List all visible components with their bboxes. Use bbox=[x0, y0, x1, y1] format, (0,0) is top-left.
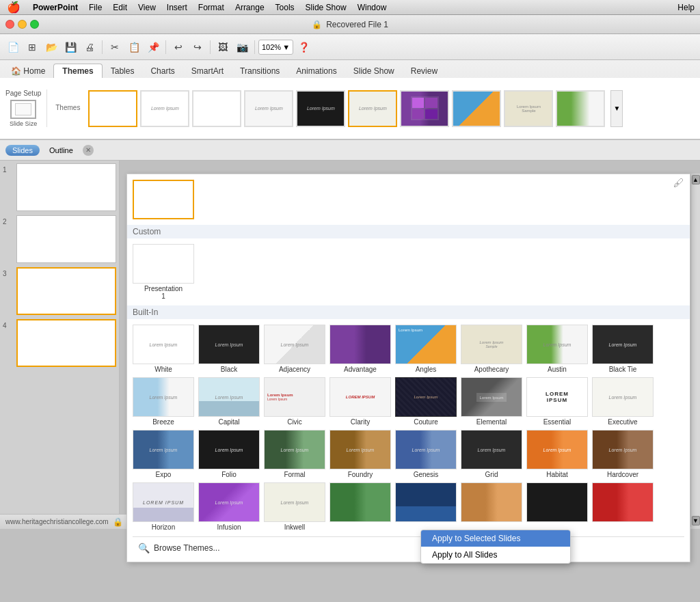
print-button[interactable]: 🖨 bbox=[81, 38, 98, 56]
theme-foundry[interactable]: Lorem Ipsum Foundry bbox=[329, 430, 391, 478]
ribbon-theme-advantage[interactable] bbox=[400, 90, 449, 127]
slide-item-2[interactable]: 2 bbox=[3, 215, 116, 263]
theme-button[interactable]: ⊞ bbox=[23, 38, 41, 56]
theme-black[interactable]: Lorem Ipsum Black bbox=[198, 325, 260, 373]
close-button[interactable] bbox=[5, 20, 14, 29]
ribbon-theme-angles[interactable] bbox=[452, 90, 501, 127]
theme-inkwell[interactable]: 🖋 Lorem Ipsum Inkwell bbox=[264, 482, 325, 531]
menu-slideshow[interactable]: Slide Show bbox=[300, 0, 352, 15]
help-button[interactable]: ❓ bbox=[295, 38, 312, 56]
redo-button[interactable]: ↪ bbox=[189, 38, 206, 56]
slide-item-3[interactable]: 3 bbox=[3, 267, 116, 315]
theme-grid[interactable]: Lorem Ipsum Grid bbox=[461, 430, 522, 478]
slide-thumbnail-2[interactable] bbox=[16, 215, 116, 263]
zoom-control[interactable]: 102% ▼ bbox=[258, 40, 293, 55]
minimize-button[interactable] bbox=[18, 20, 27, 29]
close-panel-button[interactable]: ✕ bbox=[83, 145, 94, 156]
theme-austin[interactable]: Lorem Ipsum Austin bbox=[526, 325, 588, 373]
theme-essential[interactable]: LOREMIPSUM Essential bbox=[526, 377, 588, 426]
theme-civic[interactable]: Lorem Ipsum Lorem Ipsum Civic bbox=[264, 377, 325, 426]
slide-thumbnail-4[interactable] bbox=[16, 319, 116, 367]
theme-more-2[interactable] bbox=[395, 482, 457, 531]
undo-button[interactable]: ↩ bbox=[170, 38, 187, 56]
ribbon-theme-blank[interactable] bbox=[88, 90, 137, 127]
scroll-down-button[interactable]: ▼ bbox=[692, 516, 700, 525]
tab-charts[interactable]: Charts bbox=[142, 64, 183, 78]
theme-scroll-down[interactable]: ▼ bbox=[610, 90, 623, 127]
menu-view[interactable]: View bbox=[133, 0, 161, 15]
theme-blacktie[interactable]: Lorem Ipsum Black Tie bbox=[592, 325, 654, 373]
new-button[interactable]: 📄 bbox=[4, 38, 22, 56]
tab-outline[interactable]: Outline bbox=[42, 145, 80, 156]
theme-capital[interactable]: Lorem Ipsum Capital bbox=[198, 377, 260, 426]
theme-more-5[interactable] bbox=[592, 482, 654, 531]
theme-item-selected[interactable] bbox=[133, 180, 194, 219]
theme-adjacency[interactable]: Lorem Ipsum Adjacency bbox=[264, 325, 325, 373]
slide-item-1[interactable]: 1 bbox=[3, 163, 116, 211]
slide-size-button[interactable]: Slide Size bbox=[10, 100, 37, 127]
theme-executive[interactable]: Lorem Ipsum Executive bbox=[592, 377, 654, 426]
menu-edit[interactable]: Edit bbox=[107, 0, 133, 15]
theme-habitat[interactable]: Lorem Ipsum Habitat bbox=[526, 430, 588, 478]
theme-genesis[interactable]: Lorem Ipsum Genesis bbox=[395, 430, 457, 478]
theme-advantage[interactable]: Advantage bbox=[329, 325, 391, 373]
menu-powerpoint[interactable]: PowerPoint bbox=[27, 0, 83, 15]
ribbon-theme-more1[interactable]: Lorem IpsumSample bbox=[504, 90, 553, 127]
menu-help[interactable]: Help bbox=[672, 0, 700, 15]
tab-tables[interactable]: Tables bbox=[103, 64, 143, 78]
theme-presentation1[interactable]: Presentation1 bbox=[133, 244, 194, 300]
apple-menu[interactable]: 🍎 bbox=[0, 1, 27, 14]
theme-white[interactable]: Lorem Ipsum White bbox=[133, 325, 194, 373]
insert-photo-button[interactable]: 📷 bbox=[233, 38, 251, 56]
ctx-apply-selected[interactable]: Apply to Selected Slides bbox=[421, 530, 570, 547]
slide-thumbnail-1[interactable] bbox=[16, 163, 116, 211]
ribbon-theme-lorem[interactable]: Lorem Ipsum bbox=[348, 90, 397, 127]
tab-slides[interactable]: Slides bbox=[5, 145, 40, 156]
menu-file[interactable]: File bbox=[83, 0, 107, 15]
menu-window[interactable]: Window bbox=[352, 0, 392, 15]
slide-item-4[interactable]: 4 bbox=[3, 319, 116, 367]
paste-button[interactable]: 📌 bbox=[144, 38, 162, 56]
tab-smartart[interactable]: SmartArt bbox=[183, 64, 232, 78]
cut-button[interactable]: ✂ bbox=[106, 38, 124, 56]
ribbon-theme-austin[interactable] bbox=[556, 90, 605, 127]
insert-media-button[interactable]: 🖼 bbox=[214, 38, 232, 56]
theme-elemental[interactable]: Lorem Ipsum Elemental bbox=[461, 377, 522, 426]
tab-home[interactable]: 🏠 Home bbox=[3, 64, 53, 78]
menu-insert[interactable]: Insert bbox=[161, 0, 193, 15]
maximize-button[interactable] bbox=[30, 20, 39, 29]
tab-review[interactable]: Review bbox=[403, 64, 446, 78]
ribbon-theme-3[interactable]: Lorem Ipsum bbox=[244, 90, 293, 127]
ribbon-theme-2[interactable] bbox=[192, 90, 241, 127]
theme-apothecary[interactable]: Lorem IpsumSample Apothecary bbox=[461, 325, 522, 373]
theme-horizon[interactable]: LOREM IPSUM Horizon bbox=[133, 482, 194, 531]
theme-infusion[interactable]: Lorem Ipsum Infusion bbox=[198, 482, 260, 531]
theme-formal[interactable]: Lorem Ipsum Formal bbox=[264, 430, 325, 478]
theme-more-3[interactable] bbox=[461, 482, 522, 531]
ribbon-theme-white[interactable]: Lorem Ipsum bbox=[140, 90, 189, 127]
theme-hardcover[interactable]: Lorem Ipsum Hardcover bbox=[592, 430, 654, 478]
scroll-up-button[interactable]: ▲ bbox=[692, 175, 700, 184]
menu-tools[interactable]: Tools bbox=[270, 0, 300, 15]
vertical-scrollbar[interactable]: ▲ ▼ bbox=[690, 174, 700, 527]
browse-themes-button[interactable]: 🔍 Browse Themes... bbox=[133, 536, 684, 556]
tab-themes[interactable]: Themes bbox=[53, 64, 102, 78]
theme-expo[interactable]: Lorem Ipsum Expo bbox=[133, 430, 194, 478]
tab-animations[interactable]: Animations bbox=[288, 64, 345, 78]
ribbon-theme-black[interactable]: Lorem Ipsum bbox=[296, 90, 345, 127]
menu-format[interactable]: Format bbox=[193, 0, 230, 15]
theme-more-4[interactable] bbox=[526, 482, 588, 531]
theme-more-1[interactable] bbox=[329, 482, 391, 531]
zoom-dropdown-icon[interactable]: ▼ bbox=[282, 43, 290, 51]
tab-transitions[interactable]: Transitions bbox=[232, 64, 288, 78]
theme-clarity[interactable]: LOREM IPSUM Clarity bbox=[329, 377, 391, 426]
save-button[interactable]: 💾 bbox=[62, 38, 79, 56]
ctx-apply-all[interactable]: Apply to All Slides bbox=[421, 547, 570, 563]
theme-angles[interactable]: Lorem Ipsum Angles bbox=[395, 325, 457, 373]
theme-couture[interactable]: Lorem Ipsum Couture bbox=[395, 377, 457, 426]
open-button[interactable]: 📂 bbox=[42, 38, 60, 56]
copy-button[interactable]: 📋 bbox=[125, 38, 143, 56]
theme-folio[interactable]: Lorem Ipsum Folio bbox=[198, 430, 260, 478]
tab-slideshow[interactable]: Slide Show bbox=[345, 64, 403, 78]
slide-thumbnail-3[interactable] bbox=[16, 267, 116, 315]
